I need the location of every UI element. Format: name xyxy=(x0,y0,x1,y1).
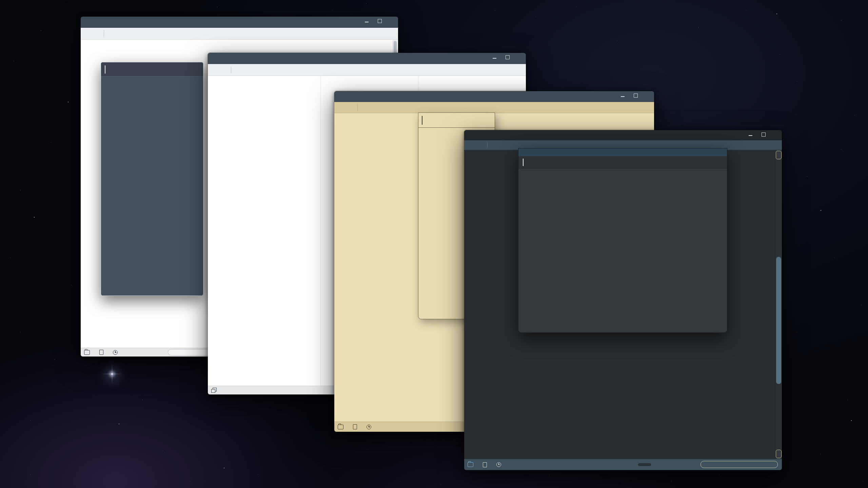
file-count-icon xyxy=(99,350,103,355)
folder-count-icon xyxy=(338,425,343,429)
maximize-button[interactable] xyxy=(633,93,638,98)
dropdown-filter-input[interactable] xyxy=(418,113,495,128)
palette-title xyxy=(518,148,727,156)
context-menu xyxy=(101,62,203,296)
progress-box xyxy=(701,461,778,468)
titlebar[interactable] xyxy=(334,91,654,102)
clock-icon xyxy=(367,425,371,429)
file-count-icon xyxy=(353,424,357,429)
text-caret xyxy=(523,159,524,166)
close-button[interactable] xyxy=(774,132,779,137)
window-controls xyxy=(620,93,651,98)
command-palette xyxy=(518,148,727,333)
navigation-toolbar xyxy=(334,102,654,113)
maximize-button[interactable] xyxy=(505,55,510,60)
close-button[interactable] xyxy=(518,55,523,60)
close-button[interactable] xyxy=(390,19,395,23)
folder-count-icon xyxy=(84,350,90,355)
scrollbar-thumb[interactable] xyxy=(776,257,781,384)
window-controls xyxy=(364,19,395,23)
toolbar-divider xyxy=(487,142,488,148)
minimize-button[interactable] xyxy=(748,132,753,137)
folder-count-icon xyxy=(468,462,473,467)
close-button[interactable] xyxy=(646,93,651,98)
menu-filter-input[interactable] xyxy=(101,62,203,77)
toolbar-divider xyxy=(231,66,231,73)
navigation-toolbar xyxy=(81,28,398,40)
window-controls xyxy=(492,55,523,60)
starfield xyxy=(0,0,1,1)
file-count-icon xyxy=(483,462,487,467)
titlebar[interactable] xyxy=(208,53,526,64)
navigation-toolbar xyxy=(208,64,526,76)
titlebar[interactable] xyxy=(464,130,782,140)
desktop xyxy=(0,0,868,488)
minimize-button[interactable] xyxy=(620,93,626,98)
minimize-button[interactable] xyxy=(364,19,370,23)
type-to-filter-hint[interactable] xyxy=(638,463,651,466)
bright-star xyxy=(111,372,114,375)
window-controls xyxy=(748,132,779,137)
titlebar[interactable] xyxy=(81,17,398,28)
palette-search-input[interactable] xyxy=(518,156,727,168)
toolbar-divider xyxy=(357,104,358,110)
file-column-1 xyxy=(208,76,321,386)
clock-icon xyxy=(496,462,501,467)
maximize-button[interactable] xyxy=(761,132,766,137)
clipboard-icon xyxy=(211,388,217,393)
status-bar xyxy=(464,459,782,470)
scroll-down-icon[interactable] xyxy=(776,450,782,458)
scroll-up-icon[interactable] xyxy=(776,151,782,159)
maximize-button[interactable] xyxy=(377,19,382,23)
toolbar-divider xyxy=(104,30,104,37)
minimize-button[interactable] xyxy=(492,55,497,60)
scrollbar[interactable] xyxy=(775,150,782,459)
clock-icon xyxy=(113,350,118,355)
